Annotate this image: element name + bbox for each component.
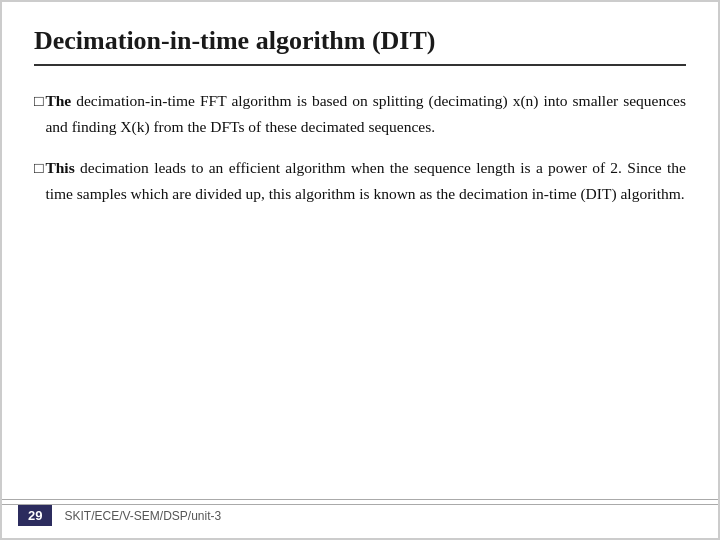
slide-title: Decimation-in-time algorithm (DIT) — [34, 26, 686, 66]
page-number: 29 — [18, 505, 52, 526]
bullet-1: □ The decimation-in-time FFT algorithm i… — [34, 88, 686, 139]
bullet-1-marker: □ — [34, 88, 43, 139]
slide: Decimation-in-time algorithm (DIT) □ The… — [0, 0, 720, 540]
bullet-2-marker: □ — [34, 155, 43, 206]
footer-divider — [2, 499, 718, 500]
bullet-2: □ This decimation leads to an efficient … — [34, 155, 686, 206]
slide-content: □ The decimation-in-time FFT algorithm i… — [34, 88, 686, 206]
footer-source: SKIT/ECE/V-SEM/DSP/unit-3 — [64, 509, 221, 523]
slide-footer: 29 SKIT/ECE/V-SEM/DSP/unit-3 — [2, 504, 718, 526]
bullet-1-text: The decimation-in-time FFT algorithm is … — [45, 88, 686, 139]
bullet-2-text: This decimation leads to an efficient al… — [45, 155, 686, 206]
